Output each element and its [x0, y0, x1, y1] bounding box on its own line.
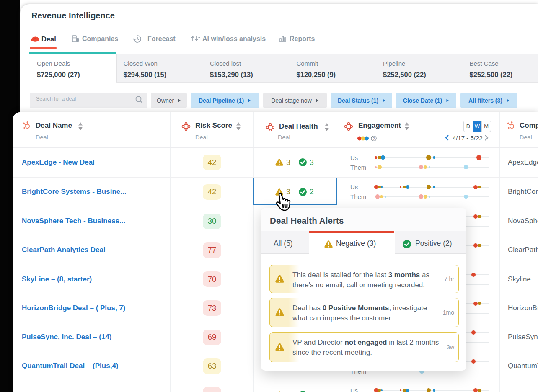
- svg-text:?: ?: [372, 137, 375, 141]
